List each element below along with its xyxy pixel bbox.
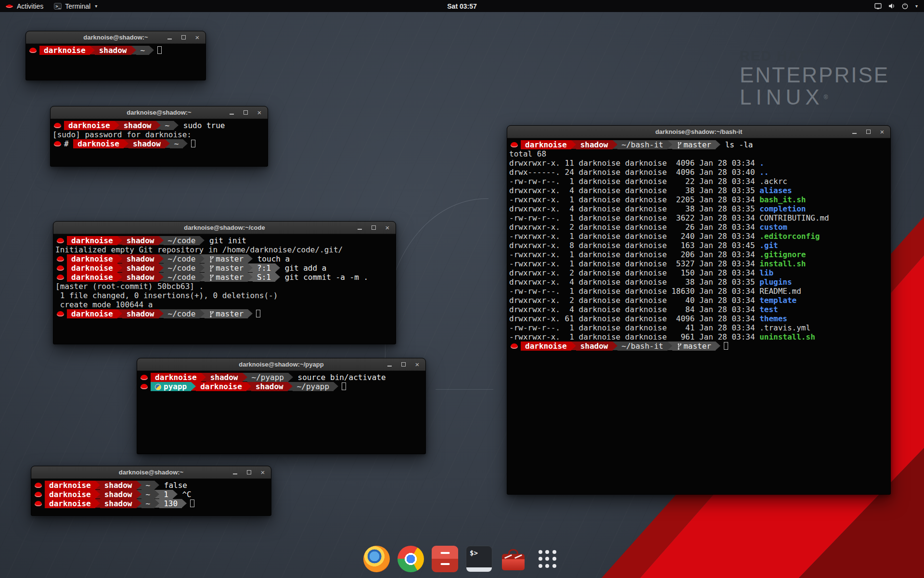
window-controls: × [850,126,886,138]
window-title: darknoise@shadow:~/bash-it [655,128,743,135]
terminal-text: -rw-rw-r--. 1 darknoise darknoise 3622 J… [509,213,759,223]
activities-button[interactable]: Activities [0,0,49,12]
powerline-arrow [159,254,164,263]
maximize-button[interactable] [242,109,249,117]
root-indicator: # [64,139,73,148]
minimize-button[interactable] [356,224,363,232]
terminal-window-1[interactable]: darknoise@shadow:~×darknoiseshadow~ [26,31,206,80]
host-segment: shadow [100,499,137,508]
powerline-arrow [200,263,205,272]
terminal-text: CONTRIBUTING.md [759,213,829,223]
terminal-screen[interactable]: darknoiseshadow~ sudo true[sudo] passwor… [51,119,268,166]
window-titlebar[interactable]: darknoise@shadow:~/bash-it× [507,126,890,138]
powerline-arrow [131,46,136,54]
window-title: darknoise@shadow:~/code [184,224,265,231]
terminal-line: -rw-rw-r--. 1 darknoise darknoise 22 Jan… [509,177,889,186]
terminal-line: # darknoiseshadow~ [52,139,267,148]
minimize-button[interactable] [166,34,173,41]
clock[interactable]: Sat 03:57 [447,2,476,10]
exit-code-segment: 130 [159,499,182,508]
close-button[interactable]: × [384,224,391,232]
close-icon: × [261,469,265,476]
powerline-arrow [95,499,100,508]
terminal-text: .travis.yml [759,323,810,332]
branding-linux-line: LINUX® [740,86,889,108]
dock-firefox-icon[interactable] [363,546,390,572]
powerline-arrow [200,236,205,245]
terminal-text: -rw-rw-r--. 1 darknoise darknoise 18630 … [509,287,759,296]
dock-files-icon[interactable] [432,546,458,572]
powerline-arrow [115,121,119,130]
terminal-text: drwxrwxr-x. 4 darknoise darknoise 84 Jan… [509,305,759,314]
terminal-screen[interactable]: darknoiseshadow~ [26,44,205,80]
minimize-icon [852,133,857,134]
dock-app-grid-icon[interactable] [534,546,561,572]
powerline-arrow [201,373,206,381]
dock-terminal-icon[interactable]: $> [466,546,492,572]
maximize-button[interactable] [864,128,872,136]
minimize-button[interactable] [228,109,235,117]
terminal-line: drwxrwxr-x. 2 darknoise darknoise 150 Ja… [509,268,889,277]
terminal-text: -rwxrwxr-x. 1 darknoise darknoise 206 Ja… [509,250,759,259]
terminal-line: drwxrwxr-x. 61 darknoise darknoise 4096 … [509,314,889,323]
dock-toolbox-icon[interactable] [500,546,526,572]
window-titlebar[interactable]: darknoise@shadow:~× [51,106,268,119]
maximize-button[interactable] [180,34,187,41]
minimize-button[interactable] [385,361,393,368]
terminal-line: darknoiseshadow~ sudo true [52,121,267,130]
maximize-button[interactable] [245,469,253,476]
terminal-line: drwxrwxr-x. 11 darknoise darknoise 4096 … [509,158,889,168]
close-button[interactable]: × [259,469,267,476]
powerline-arrow [137,490,141,499]
terminal-line: darknoiseshadow~/pyapp source bin/activa… [139,373,424,382]
terminal-window-6[interactable]: darknoise@shadow:~/bash-it×darknoiseshad… [507,125,891,495]
drawer-handle [440,552,449,554]
user-segment: darknoise [67,254,117,263]
terminal-line: create mode 100644 a [55,300,395,309]
powerline-arrow [117,254,122,263]
window-titlebar[interactable]: darknoise@shadow:~× [31,466,271,479]
redhat-logo-icon [5,2,13,10]
minimize-button[interactable] [850,128,858,136]
terminal-window-4[interactable]: darknoise@shadow:~/pyapp×darknoiseshadow… [137,358,426,454]
command-text: sudo true [179,121,225,130]
minimize-button[interactable] [231,469,239,476]
terminal-screen[interactable]: darknoiseshadow~/bash-itmaster ls -latot… [507,138,890,494]
window-titlebar[interactable]: darknoise@shadow:~× [26,31,205,44]
terminal-screen[interactable]: darknoiseshadow~/pyapp source bin/activa… [137,371,425,454]
window-controls: × [231,466,267,478]
host-segment: shadow [576,342,613,351]
powerline-arrow [716,342,720,350]
close-button[interactable]: × [413,361,421,368]
terminal-window-2[interactable]: darknoise@shadow:~×darknoiseshadow~ sudo… [50,106,268,167]
system-status-area[interactable]: ▾ [868,0,924,12]
powerline-arrow [156,121,161,130]
close-button[interactable]: × [878,128,886,136]
exit-code-segment: 1 [159,490,173,499]
maximize-icon [401,362,406,367]
terminal-text: .ackrc [759,177,787,186]
terminal-window-3[interactable]: darknoise@shadow:~/code×darknoiseshadow~… [53,221,396,344]
host-segment: shadow [100,490,137,499]
terminal-line: darknoiseshadow~ false [33,481,270,490]
close-button[interactable]: × [256,109,263,117]
maximize-button[interactable] [370,224,377,232]
maximize-button[interactable] [399,361,407,368]
powerline-arrow [275,273,280,281]
dock-chrome-icon[interactable] [398,546,424,572]
terminal-text: bash_it.sh [759,195,806,204]
app-menu-terminal[interactable]: >_ Terminal ▾ [49,0,103,12]
window-titlebar[interactable]: darknoise@shadow:~/code× [53,222,396,234]
close-button[interactable]: × [193,34,201,41]
volume-icon [887,2,896,10]
terminal-window-5[interactable]: darknoise@shadow:~×darknoiseshadow~ fals… [31,466,271,516]
command-text: ls -la [720,140,753,149]
path-segment: ~ [141,481,155,490]
window-titlebar[interactable]: darknoise@shadow:~/pyapp× [137,358,425,371]
terminal-screen[interactable]: darknoiseshadow~ falsedarknoiseshadow~1 … [31,479,271,515]
top-bar: Activities >_ Terminal ▾ Sat 03:57 ▾ [0,0,924,12]
user-segment: darknoise [151,373,201,382]
powerline-arrow [173,490,178,499]
terminal-screen[interactable]: darknoiseshadow~/code git initInitialize… [53,234,396,344]
powerline-arrow [117,273,122,281]
